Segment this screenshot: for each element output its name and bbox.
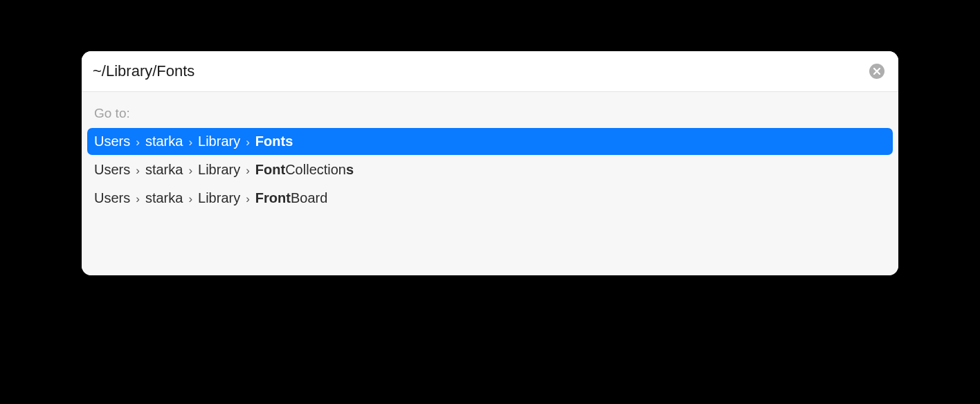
results-list: Users›starka›Library›FontsUsers›starka›L… <box>87 128 893 212</box>
path-segment: Fonts <box>255 134 293 149</box>
chevron-right-icon: › <box>246 192 250 206</box>
chevron-right-icon: › <box>136 192 140 206</box>
path-segment: starka <box>145 134 183 149</box>
path-result[interactable]: Users›starka›Library›FrontBoard <box>87 185 893 212</box>
chevron-right-icon: › <box>136 164 140 178</box>
goto-label: Go to: <box>87 104 893 128</box>
path-segment: FontCollections <box>255 162 354 178</box>
chevron-right-icon: › <box>188 164 192 178</box>
chevron-right-icon: › <box>136 136 140 149</box>
chevron-right-icon: › <box>246 164 250 178</box>
goto-folder-panel: Go to: Users›starka›Library›FontsUsers›s… <box>82 51 898 275</box>
path-result[interactable]: Users›starka›Library›FontCollections <box>87 156 893 183</box>
path-result[interactable]: Users›starka›Library›Fonts <box>87 128 893 155</box>
path-segment: Users <box>94 134 130 149</box>
clear-button[interactable] <box>869 64 884 79</box>
path-segment: starka <box>145 162 183 178</box>
path-segment: Users <box>94 162 130 178</box>
path-segment: Users <box>94 190 130 206</box>
path-segment: FrontBoard <box>255 190 327 206</box>
path-input[interactable] <box>93 62 869 80</box>
chevron-right-icon: › <box>188 136 192 149</box>
chevron-right-icon: › <box>188 192 192 206</box>
path-segment: starka <box>145 190 183 206</box>
path-segment: Library <box>198 162 240 178</box>
results-body: Go to: Users›starka›Library›FontsUsers›s… <box>82 92 898 275</box>
chevron-right-icon: › <box>246 136 250 149</box>
panel-header <box>82 51 898 92</box>
close-icon <box>873 68 880 75</box>
path-segment: Library <box>198 134 240 149</box>
path-segment: Library <box>198 190 240 206</box>
